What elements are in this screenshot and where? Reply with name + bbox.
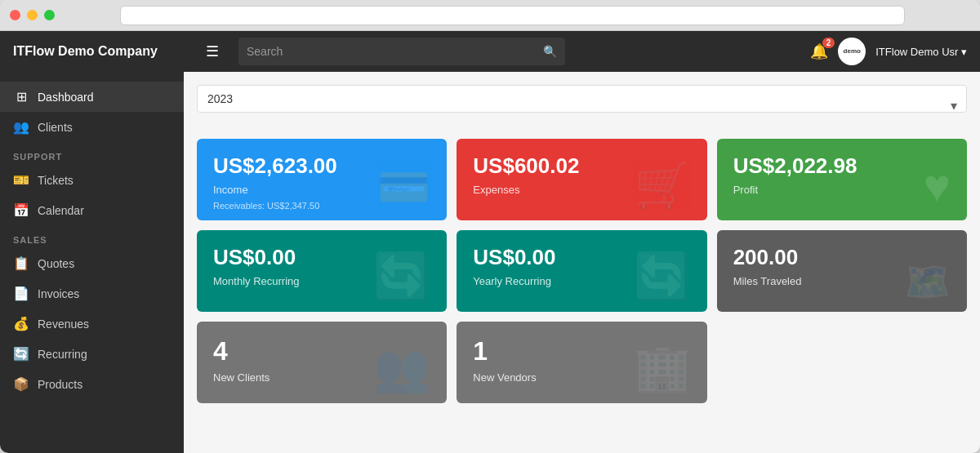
user-avatar: demo [838, 38, 866, 65]
title-bar [0, 0, 980, 31]
sidebar-label-recurring: Recurring [38, 348, 87, 361]
search-input[interactable] [247, 45, 543, 58]
sidebar-label-invoices: Invoices [38, 287, 79, 300]
sidebar-item-invoices[interactable]: 📄 Invoices [0, 278, 184, 309]
revenues-icon: 💰 [13, 316, 29, 331]
income-icon: 💳 [377, 162, 430, 212]
sidebar-label-revenues: Revenues [38, 318, 89, 331]
calendar-icon: 📅 [13, 202, 29, 218]
sidebar-item-calendar[interactable]: 📅 Calendar [0, 195, 184, 225]
url-bar[interactable] [120, 6, 905, 25]
profit-card: US$2,022.98 Profit ♥ [717, 139, 967, 220]
sidebar-item-quotes[interactable]: 📋 Quotes [0, 248, 184, 278]
profit-icon: ♥ [924, 159, 951, 212]
dashboard-icon: ⊞ [13, 89, 29, 104]
monthly-recurring-card: US$0.00 Monthly Recurring 🔄 [197, 230, 447, 312]
monthly-recurring-icon: 🔄 [373, 250, 430, 304]
income-card: US$2,623.00 Income Receivables: US$2,347… [197, 139, 447, 220]
new-clients-icon: 👥 [373, 341, 430, 395]
search-bar: 🔍 [238, 38, 565, 65]
sidebar-item-tickets[interactable]: 🎫 Tickets [0, 165, 184, 195]
navbar: ITFlow Demo Company ☰ 🔍 🔔 2 demo ITFlow … [0, 31, 980, 72]
sidebar-label-tickets: Tickets [38, 174, 74, 187]
new-vendors-icon: 🏢 [634, 341, 691, 395]
miles-traveled-card: 200.00 Miles Traveled 🗺️ [717, 230, 967, 312]
brand-name: ITFlow Demo Company [13, 44, 193, 59]
sidebar-label-calendar: Calendar [38, 204, 84, 217]
sidebar-item-revenues[interactable]: 💰 Revenues [0, 309, 184, 339]
profit-label: Profit [733, 184, 951, 196]
sidebar-section-sales: SALES [0, 225, 184, 248]
sidebar-label-quotes: Quotes [38, 257, 74, 270]
expenses-card: US$600.02 Expenses 🛒 [457, 139, 706, 220]
income-sub: Receivables: US$2,347.50 [213, 201, 319, 211]
yearly-recurring-icon: 🔄 [634, 250, 691, 304]
expenses-icon: 🛒 [634, 158, 691, 212]
window: ITFlow Demo Company ☰ 🔍 🔔 2 demo ITFlow … [0, 0, 980, 453]
sidebar-label-clients: Clients [38, 121, 73, 134]
notifications-button[interactable]: 🔔 2 [810, 42, 828, 60]
sidebar-item-clients[interactable]: 👥 Clients [0, 112, 184, 142]
body-layout: ⊞ Dashboard 👥 Clients SUPPORT 🎫 Tickets … [0, 72, 980, 453]
navbar-right: 🔔 2 demo ITFlow Demo Usr [810, 38, 967, 65]
sidebar-label-dashboard: Dashboard [38, 91, 94, 104]
profit-value: US$2,022.98 [733, 153, 951, 179]
miles-traveled-icon: 🗺️ [904, 260, 951, 304]
main-content: 2023 2022 2021 2020 US$2,623.00 Income R… [184, 72, 980, 453]
stats-grid: US$2,623.00 Income Receivables: US$2,347… [197, 139, 967, 403]
sidebar-label-products: Products [38, 378, 82, 391]
sidebar-section-support: SUPPORT [0, 142, 184, 165]
products-icon: 📦 [13, 376, 29, 392]
maximize-button[interactable] [44, 10, 55, 20]
sidebar-item-products[interactable]: 📦 Products [0, 369, 184, 399]
tickets-icon: 🎫 [13, 172, 29, 188]
yearly-recurring-card: US$0.00 Yearly Recurring 🔄 [457, 230, 706, 312]
minimize-button[interactable] [27, 10, 38, 20]
search-icon: 🔍 [543, 45, 557, 58]
year-select[interactable]: 2023 2022 2021 2020 [197, 85, 967, 113]
sidebar: ⊞ Dashboard 👥 Clients SUPPORT 🎫 Tickets … [0, 72, 184, 453]
year-filter-wrapper: 2023 2022 2021 2020 [197, 85, 967, 126]
app: ITFlow Demo Company ☰ 🔍 🔔 2 demo ITFlow … [0, 31, 980, 453]
close-button[interactable] [10, 10, 20, 20]
invoices-icon: 📄 [13, 286, 29, 301]
new-vendors-card: 1 New Vendors 🏢 [457, 322, 706, 403]
traffic-lights [10, 10, 55, 20]
notification-badge: 2 [822, 38, 835, 48]
new-clients-card: 4 New Clients 👥 [197, 322, 447, 403]
user-menu-button[interactable]: ITFlow Demo Usr [875, 46, 967, 58]
menu-toggle-button[interactable]: ☰ [206, 42, 219, 60]
sidebar-item-dashboard[interactable]: ⊞ Dashboard [0, 82, 184, 112]
recurring-icon: 🔄 [13, 346, 29, 362]
sidebar-item-recurring[interactable]: 🔄 Recurring [0, 339, 184, 369]
clients-icon: 👥 [13, 119, 29, 135]
quotes-icon: 📋 [13, 255, 29, 271]
